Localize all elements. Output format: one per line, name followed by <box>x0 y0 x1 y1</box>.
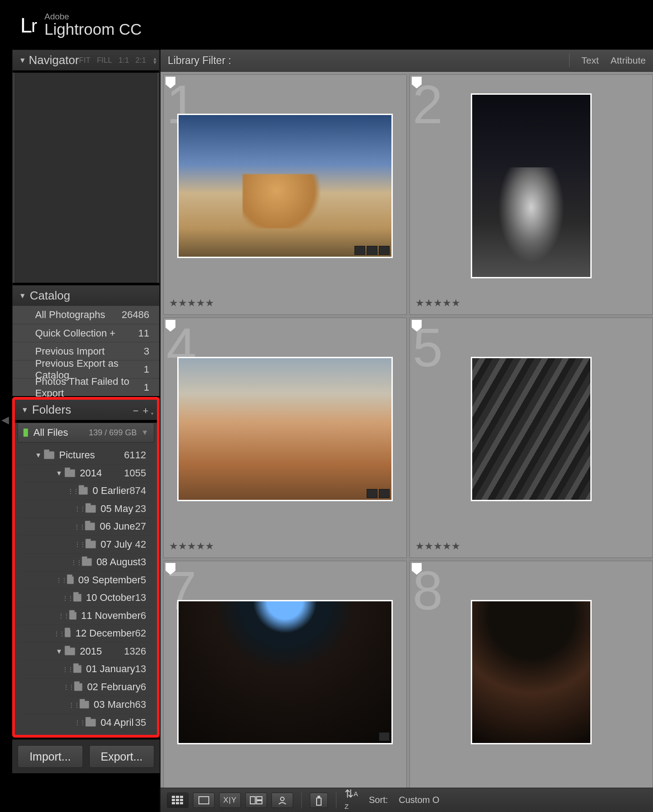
thumbnail-cell[interactable]: 2★★★★★ <box>409 74 653 315</box>
rating-stars[interactable] <box>164 783 406 788</box>
folder-row[interactable]: ⋮⋮01 January13 <box>19 660 152 678</box>
badge-strip <box>367 489 390 498</box>
chevron-down-icon[interactable]: ▼ <box>54 647 64 655</box>
zoom-dropdown-icon[interactable]: ▲▼ <box>152 57 157 64</box>
catalog-row[interactable]: Photos That Failed to Export1 <box>13 378 159 396</box>
folder-row[interactable]: ⋮⋮03 March63 <box>19 696 152 714</box>
thumbnail-image[interactable] <box>177 600 393 744</box>
thumbnail-image[interactable] <box>177 114 393 258</box>
import-button[interactable]: Import... <box>18 745 83 768</box>
rating-stars[interactable] <box>410 783 653 788</box>
loupe-view-button[interactable] <box>193 793 215 808</box>
drive-dropdown-icon[interactable]: ▼ <box>141 429 148 437</box>
badge-strip <box>354 246 390 255</box>
folder-row[interactable]: ▼20141055 <box>19 464 152 482</box>
collapse-left-panel-arrow[interactable]: ◀ <box>1 414 9 428</box>
survey-view-button[interactable] <box>245 793 267 808</box>
folder-row[interactable]: ⋮⋮11 November6 <box>19 607 152 625</box>
drive-row[interactable]: All Files 139 / 699 GB ▼ <box>18 423 154 443</box>
expand-dots-icon[interactable]: ⋮⋮ <box>62 595 73 601</box>
catalog-row[interactable]: All Photographs26486 <box>13 306 159 324</box>
disclosure-triangle-icon[interactable]: ▼ <box>19 292 27 300</box>
thumbnail-image[interactable] <box>471 93 592 278</box>
thumbnail-image[interactable] <box>471 600 592 744</box>
rating-stars[interactable]: ★★★★★ <box>410 540 653 558</box>
expand-dots-icon[interactable]: ⋮⋮ <box>68 488 78 494</box>
thumbnail-cell[interactable]: 8 <box>409 561 653 788</box>
folder-row[interactable]: ⋮⋮12 December62 <box>19 624 152 642</box>
expand-dots-icon[interactable]: ⋮⋮ <box>74 719 85 726</box>
expand-dots-icon[interactable]: ⋮⋮ <box>69 701 79 708</box>
folder-name: 10 October <box>86 592 135 604</box>
folder-icon <box>73 665 82 673</box>
rating-stars[interactable]: ★★★★★ <box>164 540 406 558</box>
grid-toolbar: X|Y ⇅AZ Sort: Custom O <box>161 788 653 812</box>
chevron-down-icon[interactable]: ▼ <box>33 451 44 459</box>
folder-row[interactable]: ⋮⋮06 June27 <box>19 517 152 535</box>
catalog-panel-header[interactable]: ▼ Catalog <box>13 286 159 306</box>
folder-row[interactable]: ⋮⋮10 October13 <box>19 589 152 607</box>
folder-row[interactable]: ⋮⋮04 April35 <box>19 714 152 732</box>
rating-stars[interactable]: ★★★★★ <box>164 296 406 314</box>
library-filter-bar: Library Filter : Text Attribute <box>161 50 653 72</box>
disclosure-triangle-icon[interactable]: ▼ <box>21 406 29 414</box>
sort-direction-button[interactable]: ⇅AZ <box>345 788 358 812</box>
navigator-preview[interactable] <box>15 73 157 283</box>
people-view-button[interactable] <box>271 793 293 808</box>
expand-dots-icon[interactable]: ⋮⋮ <box>74 505 85 512</box>
folders-panel-header[interactable]: ▼ Folders − +▾ <box>15 400 157 420</box>
thumbnail-image[interactable] <box>471 357 592 501</box>
painter-tool-button[interactable] <box>310 793 328 808</box>
folders-plus-button[interactable]: +▾ <box>141 405 151 415</box>
thumbnail-grid[interactable]: 1★★★★★2★★★★★4★★★★★5★★★★★78 <box>161 72 653 788</box>
expand-dots-icon[interactable]: ⋮⋮ <box>74 541 85 548</box>
expand-dots-icon[interactable]: ⋮⋮ <box>71 559 82 566</box>
navigator-panel-header[interactable]: ▼ Navigator FIT FILL 1:1 2:1 ▲▼ <box>13 50 159 70</box>
filter-attribute-option[interactable]: Attribute <box>611 55 646 66</box>
folder-row[interactable]: ▼Pictures6112 <box>19 446 152 464</box>
disclosure-triangle-icon[interactable]: ▼ <box>19 56 26 65</box>
library-filter-title: Library Filter : <box>168 55 231 67</box>
zoom-fit[interactable]: FIT <box>79 56 91 65</box>
catalog-row-label: Photos That Failed to Export <box>35 376 144 399</box>
zoom-fill[interactable]: FILL <box>97 56 112 65</box>
expand-dots-icon[interactable]: ⋮⋮ <box>58 612 69 619</box>
catalog-row[interactable]: Quick Collection +11 <box>13 324 159 342</box>
compare-view-button[interactable]: X|Y <box>219 793 241 808</box>
expand-dots-icon[interactable]: ⋮⋮ <box>62 666 73 673</box>
grid-view-button[interactable] <box>167 793 189 808</box>
sort-value[interactable]: Custom O <box>399 795 439 805</box>
sort-label: Sort: <box>369 795 388 805</box>
expand-dots-icon[interactable]: ⋮⋮ <box>54 630 64 637</box>
thumbnail-badge-icon <box>367 246 377 255</box>
expand-dots-icon[interactable]: ⋮⋮ <box>74 523 85 530</box>
zoom-1-1[interactable]: 1:1 <box>119 56 129 65</box>
export-button[interactable]: Export... <box>89 745 155 768</box>
folders-minus-button[interactable]: − <box>131 405 141 415</box>
navigator-panel: ▼ Navigator FIT FILL 1:1 2:1 ▲▼ <box>12 50 160 285</box>
thumbnail-cell[interactable]: 5★★★★★ <box>409 318 653 558</box>
folder-row[interactable]: ▼20151326 <box>19 642 152 660</box>
filter-text-option[interactable]: Text <box>581 55 599 66</box>
folder-row[interactable]: ⋮⋮07 July42 <box>19 535 152 554</box>
folder-row[interactable]: ⋮⋮02 February6 <box>19 678 152 696</box>
rating-stars[interactable]: ★★★★★ <box>410 296 653 314</box>
thumbnail-cell[interactable]: 1★★★★★ <box>163 74 407 315</box>
expand-dots-icon[interactable]: ⋮⋮ <box>63 683 74 690</box>
thumbnail-cell[interactable]: 7 <box>163 561 407 788</box>
catalog-row-count: 3 <box>144 346 149 357</box>
svg-rect-15 <box>317 796 320 798</box>
folder-row[interactable]: ⋮⋮08 August3 <box>19 553 152 571</box>
folder-tree: ▼Pictures6112▼20141055⋮⋮0 Earlier874⋮⋮05… <box>15 445 157 735</box>
folder-row[interactable]: ⋮⋮09 September5 <box>19 571 152 589</box>
thumbnail-cell[interactable]: 4★★★★★ <box>163 318 407 558</box>
folder-row[interactable]: ⋮⋮0 Earlier874 <box>19 482 152 500</box>
folder-count: 13 <box>135 592 152 604</box>
navigator-zoom-options: FIT FILL 1:1 2:1 ▲▼ <box>79 56 157 65</box>
folder-row[interactable]: ⋮⋮05 May23 <box>19 500 152 518</box>
expand-dots-icon[interactable]: ⋮⋮ <box>56 577 67 583</box>
zoom-2-1[interactable]: 2:1 <box>135 56 146 65</box>
lightroom-logo: Lr <box>20 13 36 37</box>
chevron-down-icon[interactable]: ▼ <box>54 469 64 477</box>
thumbnail-image[interactable] <box>177 357 393 501</box>
